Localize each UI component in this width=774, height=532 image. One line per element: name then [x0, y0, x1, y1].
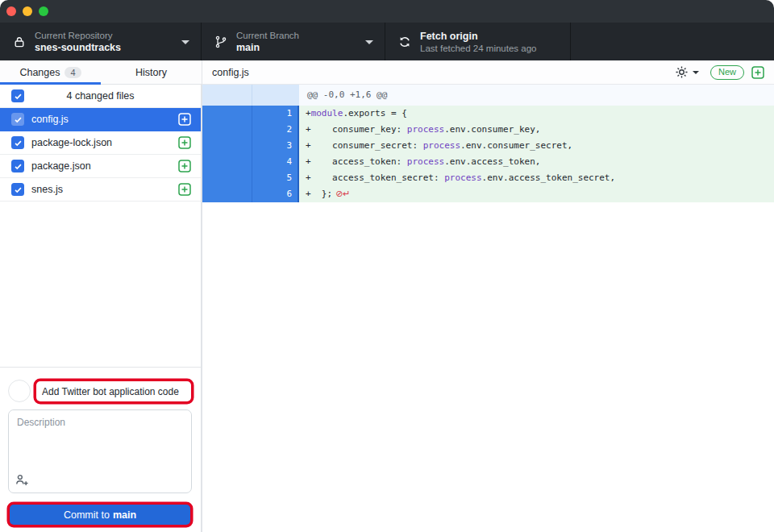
diff-gutter-old[interactable]: [202, 186, 252, 202]
file-row[interactable]: package.json: [0, 155, 201, 178]
commit-description-box: [8, 409, 192, 493]
file-checkbox[interactable]: [11, 160, 24, 172]
diff-gutter-old[interactable]: [202, 106, 252, 122]
diff-gutter-old[interactable]: [202, 138, 252, 154]
app-window: Current Repository snes-soundtracks Curr…: [0, 0, 774, 532]
added-file-icon: [178, 113, 191, 126]
current-branch-dropdown[interactable]: Current Branch main: [202, 23, 385, 60]
diff-gutter-old[interactable]: [202, 154, 252, 170]
select-all-checkbox[interactable]: [11, 89, 24, 102]
files-header-label: 4 changed files: [0, 90, 201, 102]
zoom-button[interactable]: [39, 6, 48, 16]
fetch-label: Fetch origin: [420, 30, 537, 43]
diff-gutter-old[interactable]: [202, 122, 252, 138]
tab-history-label: History: [135, 67, 167, 78]
diff-line-code: + access_token: process.env.access_token…: [299, 154, 774, 170]
changed-files-panel: 4 changed files config.js package-lock.j…: [0, 85, 202, 367]
diff-line: 2 + consumer_key: process.env.consumer_k…: [202, 122, 774, 138]
commit-summary-input[interactable]: [36, 381, 191, 401]
file-checkbox[interactable]: [11, 113, 24, 126]
added-file-icon: [178, 183, 191, 196]
file-checkbox[interactable]: [11, 183, 24, 196]
add-coauthor-icon[interactable]: [15, 473, 29, 487]
commit-button-branch: main: [113, 509, 136, 521]
chevron-down-icon: [365, 40, 373, 44]
hunk-header-text: @@ -0,0 +1,6 @@: [299, 85, 774, 106]
commit-button[interactable]: Commit to main: [10, 505, 190, 525]
diff-line-code: +module.exports = {: [299, 106, 774, 122]
hunk-header-row: @@ -0,0 +1,6 @@: [202, 85, 774, 106]
git-branch-icon: [214, 35, 227, 48]
diff-gutter-new[interactable]: 3: [252, 138, 299, 154]
added-file-icon: [178, 160, 191, 172]
tab-history[interactable]: History: [101, 60, 202, 84]
repository-name: snes-soundtracks: [35, 41, 121, 54]
minimize-button[interactable]: [23, 6, 32, 16]
toolbar: Current Repository snes-soundtracks Curr…: [0, 23, 774, 60]
file-checkbox[interactable]: [11, 136, 24, 149]
branch-name: main: [236, 41, 299, 54]
file-name: config.js: [31, 114, 178, 125]
diff-line: 4 + access_token: process.env.access_tok…: [202, 154, 774, 170]
diff-view: @@ -0,0 +1,6 @@ 1 +module.exports = { 2 …: [202, 85, 774, 532]
expand-diff-button[interactable]: [751, 66, 764, 79]
file-name: snes.js: [31, 184, 178, 195]
diff-gutter-new[interactable]: 2: [252, 122, 299, 138]
diff-gutter-new[interactable]: 5: [252, 170, 299, 186]
fetch-status: Last fetched 24 minutes ago: [420, 43, 537, 54]
diff-line: 1 +module.exports = {: [202, 106, 774, 122]
file-name: package-lock.json: [31, 137, 178, 148]
files-header-row: 4 changed files: [0, 85, 201, 108]
diff-lines: 1 +module.exports = { 2 + consumer_key: …: [202, 106, 774, 202]
diff-line: 6 + };⊘↵: [202, 186, 774, 202]
repository-label: Current Repository: [35, 30, 121, 41]
close-button[interactable]: [6, 6, 16, 16]
file-row[interactable]: package-lock.json: [0, 131, 201, 155]
hunk-gutter-old: [202, 85, 252, 106]
toolbar-filler: [571, 23, 774, 60]
branch-label: Current Branch: [236, 30, 299, 41]
tab-changes[interactable]: Changes 4: [0, 60, 101, 84]
hunk-gutter-new: [252, 85, 299, 106]
file-list: config.js package-lock.json package.json…: [0, 108, 201, 202]
sidebar-tabs: Changes 4 History: [0, 60, 202, 85]
diff-line-code: + };⊘↵: [299, 186, 774, 202]
file-name: package.json: [31, 160, 178, 172]
commit-panel: Commit to main: [0, 367, 202, 532]
diff-line-code: + access_token_secret: process.env.acces…: [299, 170, 774, 186]
diff-line: 3 + consumer_secret: process.env.consume…: [202, 138, 774, 154]
diff-gutter-new[interactable]: 4: [252, 154, 299, 170]
changes-count-badge: 4: [64, 67, 81, 78]
diff-line-code: + consumer_secret: process.env.consumer_…: [299, 138, 774, 154]
file-row[interactable]: snes.js: [0, 178, 201, 202]
chevron-down-icon: [181, 40, 189, 44]
tab-changes-label: Changes: [19, 67, 60, 78]
diff-gutter-new[interactable]: 6: [252, 186, 299, 202]
file-row[interactable]: config.js: [0, 108, 201, 131]
sync-icon: [398, 35, 411, 48]
chevron-down-icon[interactable]: [693, 71, 699, 74]
new-badge: New: [710, 65, 744, 80]
added-file-icon: [178, 136, 191, 149]
diff-pane-header: config.js New: [202, 60, 774, 85]
commit-description-input[interactable]: [9, 410, 191, 468]
current-repository-dropdown[interactable]: Current Repository snes-soundtracks: [0, 23, 202, 60]
diff-file-tab: config.js: [212, 67, 249, 78]
fetch-origin-button[interactable]: Fetch origin Last fetched 24 minutes ago: [385, 23, 571, 60]
diff-gutter-old[interactable]: [202, 170, 252, 186]
titlebar: [0, 0, 774, 23]
diff-line: 5 + access_token_secret: process.env.acc…: [202, 170, 774, 186]
gear-icon[interactable]: [675, 65, 689, 79]
diff-gutter-new[interactable]: 1: [252, 106, 299, 122]
diff-line-code: + consumer_key: process.env.consumer_key…: [299, 122, 774, 138]
commit-button-label: Commit to: [64, 509, 110, 521]
lock-icon: [13, 35, 26, 48]
avatar: [8, 380, 31, 402]
